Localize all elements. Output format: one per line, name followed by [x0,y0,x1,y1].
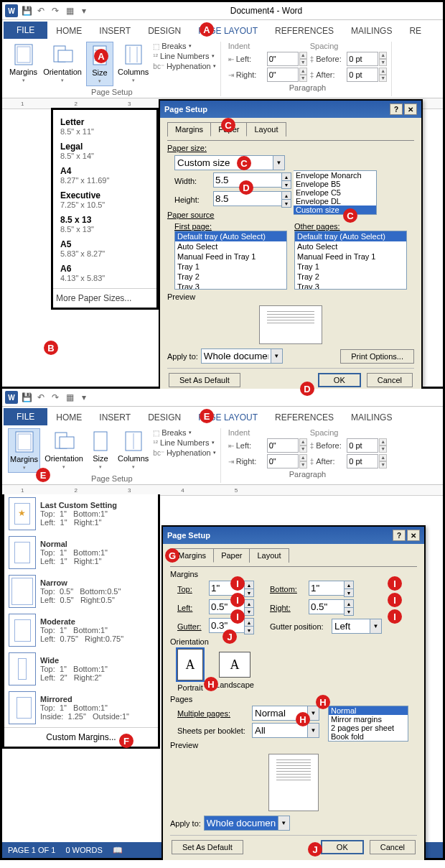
size-option[interactable]: A55.83" x 8.27" [53,236,156,261]
columns-button[interactable]: Columns▾ [116,42,150,85]
spacing-before-input[interactable] [347,52,378,66]
spacing-after-input[interactable] [347,68,378,82]
tray-option[interactable]: Tray 1 [295,262,406,272]
margin-preset[interactable]: ModerateTop: 1" Bottom:1"Left: 0.75" Rig… [4,611,158,650]
margins-button[interactable]: Margins▾ [8,428,40,473]
dialog-tab-layout[interactable]: Layout [246,122,286,137]
indent-right-input[interactable] [267,454,299,468]
spacing-before-input[interactable] [347,438,378,453]
tray-option[interactable]: Default tray (Auto Select) [175,231,286,241]
multiple-pages-options[interactable]: NormalMirror margins2 pages per sheetBoo… [328,706,408,742]
tab-mailings[interactable]: MAILINGS [342,409,400,425]
size-option[interactable]: 8.5 x 138.5" x 13" [53,212,156,236]
ok-button[interactable]: OK [318,373,361,387]
hyphenation-button[interactable]: bc⁻Hyphenation ▾ [153,448,215,457]
print-options-button[interactable]: Print Options... [340,349,414,364]
tray-option[interactable]: Default tray (Auto Select) [295,231,406,241]
custom-margins[interactable]: Custom Margins... [46,732,116,742]
tab-file[interactable]: FILE [4,22,47,39]
undo-icon[interactable]: ↶ [35,5,47,17]
print-icon[interactable]: ▦ [64,392,75,403]
margin-preset[interactable]: ★Last Custom SettingTop: 1" Bottom:1"Lef… [4,494,158,533]
proofing-icon[interactable]: 📖 [113,846,123,855]
margins-button[interactable]: Margins▾ [8,42,39,85]
qat-dropdown-icon[interactable]: ▾ [78,392,90,403]
redo-icon[interactable]: ↷ [50,392,61,403]
size-option[interactable]: A48.27" x 11.69" [53,163,156,188]
margin-preset[interactable]: NarrowTop: 0.5" Bottom:0.5"Left: 0.5" Ri… [4,572,158,611]
sheets-per-booklet-combo[interactable]: ▼ [252,723,319,738]
orientation-button[interactable]: Orientation▾ [43,428,85,471]
tray-option[interactable]: Tray 3 [295,282,406,290]
line-numbers-button[interactable]: ¹²Line Numbers ▾ [153,52,215,60]
indent-left-input[interactable] [267,52,299,66]
dialog-tab-paper[interactable]: Paper [213,548,250,563]
multiple-pages-option[interactable]: Mirror margins [329,715,408,724]
paper-size-option[interactable]: Envelope C5 [294,188,376,197]
close-button[interactable]: ✕ [407,530,420,541]
margin-preset[interactable]: MirroredTop: 1" Bottom:1"Inside: 1.25" O… [4,688,158,727]
tray-option[interactable]: Manual Feed in Tray 1 [295,251,406,262]
tab-page-layout[interactable]: PAGE LAYOUT [189,409,266,425]
orientation-button[interactable]: Orientation▾ [42,42,83,85]
tab-references[interactable]: REFERENCES [266,22,342,39]
tab-insert[interactable]: INSERT [90,409,139,425]
other-pages-tray-list[interactable]: Default tray (Auto Select)Auto SelectMan… [294,231,407,290]
tab-home[interactable]: HOME [47,22,90,39]
first-page-tray-list[interactable]: Default tray (Auto Select)Auto SelectMan… [174,231,287,290]
tray-option[interactable]: Auto Select [295,241,406,251]
paper-size-option[interactable]: Envelope B5 [294,180,376,188]
apply-to-combo[interactable]: ▼ [204,816,290,831]
paper-size-option[interactable]: Custom size [294,206,376,214]
set-as-default-button[interactable]: Set As Default [172,840,243,854]
multiple-pages-combo[interactable]: ▼ [252,706,319,721]
margin-preset[interactable]: NormalTop: 1" Bottom:1"Left: 1" Right:1" [4,533,158,572]
size-option[interactable]: Executive7.25" x 10.5" [53,188,156,212]
margin-right-input[interactable]: ▲▼ [309,599,354,616]
paper-height-input[interactable]: ▲▼ [213,191,291,208]
gutter-position-combo[interactable]: ▼ [332,619,382,634]
tray-option[interactable]: Tray 2 [175,272,286,282]
close-button[interactable]: ✕ [404,103,417,115]
tray-option[interactable]: Tray 1 [175,262,286,272]
spacing-after-input[interactable] [347,454,378,468]
apply-to-combo[interactable]: ▼ [201,348,283,364]
cancel-button[interactable]: Cancel [367,373,413,387]
tab-home[interactable]: HOME [47,409,90,425]
gutter-input[interactable]: ▲▼ [209,618,254,634]
qat-dropdown-icon[interactable]: ▾ [78,5,90,17]
undo-icon[interactable]: ↶ [35,392,47,403]
breaks-button[interactable]: ⬚Breaks ▾ [153,428,215,437]
dialog-tab-margins[interactable]: Margins [167,122,211,137]
size-button[interactable]: Size▾ [88,428,113,471]
tab-references[interactable]: REFERENCES [266,409,342,425]
help-button[interactable]: ? [390,103,403,115]
size-option[interactable]: Letter8.5" x 11" [53,114,156,139]
paper-width-input[interactable]: ▲▼ [213,172,291,189]
multiple-pages-option[interactable]: Book fold [329,732,408,741]
breaks-button[interactable]: ⬚Breaks ▾ [153,42,215,50]
tray-option[interactable]: Auto Select [175,241,286,251]
dialog-tab-paper[interactable]: Paper [210,122,247,137]
margin-left-input[interactable]: ▲▼ [209,599,254,616]
paper-size-combo[interactable]: ▼ [174,155,285,170]
tab-design[interactable]: DESIGN [139,22,189,39]
dialog-tab-margins[interactable]: Margins [170,548,214,563]
margin-preset[interactable]: WideTop: 1" Bottom:1"Left: 2" Right:2" [4,650,158,688]
margin-top-input[interactable]: ▲▼ [209,581,254,597]
line-numbers-button[interactable]: ¹²Line Numbers ▾ [153,438,215,447]
tab-insert[interactable]: INSERT [90,22,139,39]
tray-option[interactable]: Tray 2 [295,272,406,282]
tab-design[interactable]: DESIGN [139,409,189,425]
print-icon[interactable]: ▦ [64,5,75,17]
margin-bottom-input[interactable]: ▲▼ [309,581,354,597]
indent-right-input[interactable] [267,68,299,82]
multiple-pages-option[interactable]: Normal [329,706,408,715]
ok-button[interactable]: OK [321,840,364,854]
tab-page-layout[interactable]: PAGE LAYOUT [189,22,266,39]
size-option[interactable]: A64.13" x 5.83" [53,261,156,285]
tab-mailings[interactable]: MAILINGS [342,22,400,39]
size-option[interactable]: Legal8.5" x 14" [53,139,156,163]
tab-file[interactable]: FILE [4,408,47,425]
paper-size-option[interactable]: Envelope Monarch [294,171,376,180]
